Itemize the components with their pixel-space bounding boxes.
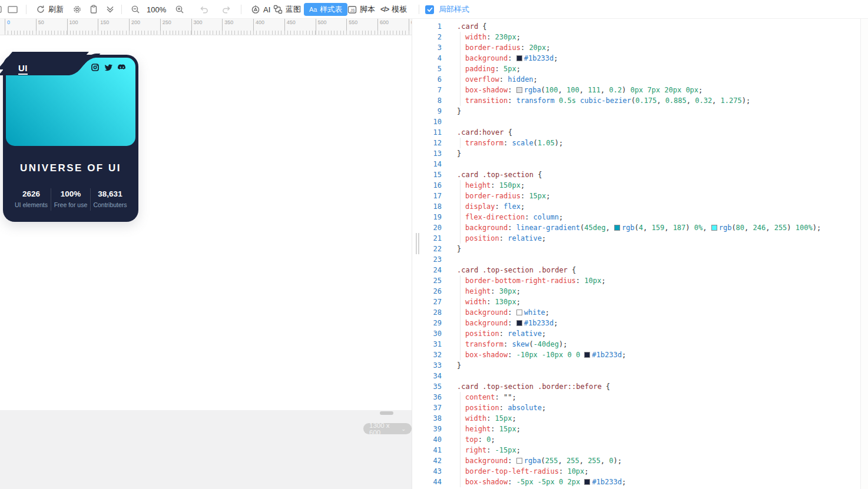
code-line[interactable]: 6overflow: hidden;	[420, 74, 860, 85]
code-line[interactable]: 31transform: skew(-40deg);	[420, 339, 860, 350]
code-line[interactable]: 3border-radius: 20px;	[420, 42, 860, 53]
ruler-label: 200	[129, 19, 140, 35]
code-line[interactable]: 44box-shadow: -5px -5px 0 2px #1b233d;	[420, 477, 860, 487]
horizontal-ruler: 050100150200250300350400450500550600650	[0, 19, 412, 35]
code-line[interactable]: 17border-radius: 15px;	[420, 191, 860, 201]
refresh-label: 刷新	[48, 4, 64, 15]
zoom-out-button[interactable]	[131, 0, 140, 19]
code-line[interactable]: 12transform: scale(1.05);	[420, 138, 860, 148]
canvas-size-badge[interactable]: 1300 x 600 ⌄	[363, 423, 412, 434]
code-line[interactable]: 7box-shadow: rgba(100, 100, 111, 0.2) 0p…	[420, 85, 860, 95]
local-style-checkbox[interactable]	[425, 5, 434, 14]
line-number: 18	[420, 201, 442, 212]
color-swatch[interactable]	[516, 87, 522, 93]
line-number: 1	[420, 21, 442, 32]
zoom-in-button[interactable]	[175, 0, 184, 19]
code-line[interactable]: 36content: "";	[420, 392, 860, 402]
code-line[interactable]: 20background: linear-gradient(45deg, rgb…	[420, 222, 860, 233]
color-swatch[interactable]	[614, 225, 620, 231]
code-line[interactable]: 21position: relative;	[420, 233, 860, 244]
code-line[interactable]: 11.card:hover {	[420, 127, 860, 138]
code-line[interactable]: 26height: 30px;	[420, 286, 860, 297]
code-line[interactable]: 15.card .top-section {	[420, 169, 860, 180]
code-line[interactable]: 41right: -15px;	[420, 445, 860, 455]
code-text: flex-direction: column;	[457, 212, 563, 222]
local-style-toggle[interactable]: 局部样式	[425, 0, 469, 19]
code-line[interactable]: 28background: white;	[420, 307, 860, 318]
code-line[interactable]: 19flex-direction: column;	[420, 212, 860, 222]
panel-toggle-button[interactable]	[0, 0, 2, 19]
ruler-label: 400	[253, 19, 264, 35]
code-text: box-shadow: -10px -10px 0 0 #1b233d;	[457, 350, 626, 360]
color-swatch[interactable]	[516, 55, 522, 61]
code-line[interactable]: 5padding: 5px;	[420, 64, 860, 74]
ai-button[interactable]: AI	[251, 0, 270, 19]
clipboard-button[interactable]	[89, 0, 98, 19]
code-line[interactable]: 9}	[420, 106, 860, 117]
code-line[interactable]: 1.card {	[420, 21, 860, 32]
code-line[interactable]: 42background: rgba(255, 255, 255, 0);	[420, 455, 860, 466]
tab-template[interactable]: </> 模板	[380, 0, 407, 19]
zoom-level[interactable]: 100%	[147, 0, 166, 19]
blueprint-button[interactable]: 蓝图	[273, 0, 301, 19]
color-swatch[interactable]	[516, 310, 522, 315]
color-swatch[interactable]	[516, 320, 522, 326]
redo-button[interactable]	[221, 0, 231, 19]
color-swatch[interactable]	[584, 479, 590, 485]
code-line[interactable]: 43border-top-left-radius: 10px;	[420, 466, 860, 477]
code-line[interactable]: 10	[420, 117, 860, 127]
code-line[interactable]: 4background: #1b233d;	[420, 53, 860, 64]
code-line[interactable]: 13}	[420, 148, 860, 159]
tab-script[interactable]: JS 脚本	[347, 0, 375, 19]
refresh-button[interactable]: 刷新	[36, 0, 64, 19]
code-line[interactable]: 33}	[420, 360, 860, 371]
undo-button[interactable]	[199, 0, 209, 19]
code-line[interactable]: 25border-bottom-right-radius: 10px;	[420, 275, 860, 286]
blueprint-label: 蓝图	[286, 4, 301, 15]
toolbar-separator	[419, 5, 419, 14]
code-line[interactable]: 39height: 15px;	[420, 424, 860, 434]
stylesheet-editor[interactable]: 1.card {2width: 230px;3border-radius: 20…	[420, 19, 861, 489]
settings-button[interactable]	[72, 0, 82, 19]
vertical-scrollbar-track[interactable]	[861, 19, 868, 489]
code-text: border-radius: 20px;	[457, 42, 551, 53]
preview-card[interactable]: UI UNIVERSE OF UI 2626UI elements100%Fre…	[3, 55, 138, 222]
code-line[interactable]: 23	[420, 254, 860, 265]
color-swatch[interactable]	[516, 458, 522, 464]
code-line[interactable]: 38width: 15px;	[420, 413, 860, 424]
code-line[interactable]: 16height: 150px;	[420, 180, 860, 191]
ruler-label: 100	[67, 19, 78, 35]
canvas[interactable]: UI UNIVERSE OF UI 2626UI elements100%Fre…	[0, 35, 412, 410]
color-swatch[interactable]	[584, 352, 590, 358]
code-line[interactable]: 18display: flex;	[420, 201, 860, 212]
code-line[interactable]: 35.card .top-section .border::before {	[420, 381, 860, 392]
code-line[interactable]: 37position: absolute;	[420, 402, 860, 413]
code-line[interactable]: 34	[420, 371, 860, 381]
card-logo: UI	[18, 63, 28, 75]
code-text: display: flex;	[457, 201, 525, 212]
code-line[interactable]: 8transition: transform 0.5s cubic-bezier…	[420, 95, 860, 106]
indent-guide	[460, 32, 465, 42]
color-swatch[interactable]	[711, 225, 717, 231]
line-number: 25	[420, 275, 442, 286]
card-stat: 100%Free for use	[51, 188, 90, 211]
code-brackets-icon: </>	[380, 5, 389, 14]
code-line[interactable]: 40top: 0;	[420, 434, 860, 445]
code-line[interactable]: 30position: relative;	[420, 328, 860, 339]
horizontal-scrollbar[interactable]	[380, 411, 393, 415]
code-line[interactable]: 29background: #1b233d;	[420, 318, 860, 328]
code-line[interactable]: 24.card .top-section .border {	[420, 265, 860, 275]
line-number: 38	[420, 413, 442, 424]
layers-button[interactable]	[105, 0, 115, 19]
code-text: width: 230px;	[457, 32, 521, 42]
frame-tool-button[interactable]	[8, 0, 18, 19]
code-line[interactable]: 22}	[420, 244, 860, 254]
code-line[interactable]: 14	[420, 159, 860, 169]
ruler-label: 0	[5, 19, 10, 35]
code-line[interactable]: 27width: 130px;	[420, 297, 860, 307]
line-number: 6	[420, 74, 442, 85]
code-line[interactable]: 2width: 230px;	[420, 32, 860, 42]
tab-stylesheet-active[interactable]: Aa 样式表	[304, 3, 347, 16]
stylesheet-label: 样式表	[320, 5, 342, 15]
code-line[interactable]: 32box-shadow: -10px -10px 0 0 #1b233d;	[420, 350, 860, 360]
